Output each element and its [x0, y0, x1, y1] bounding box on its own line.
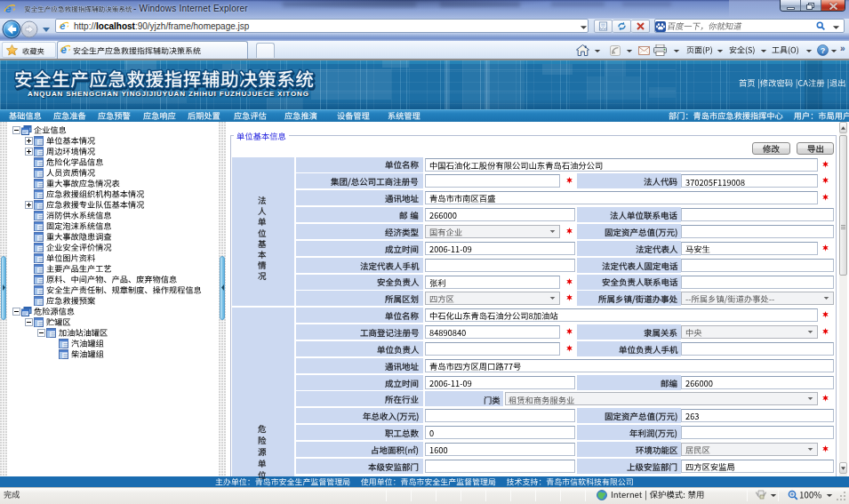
svg-text:?: ? [821, 46, 826, 55]
